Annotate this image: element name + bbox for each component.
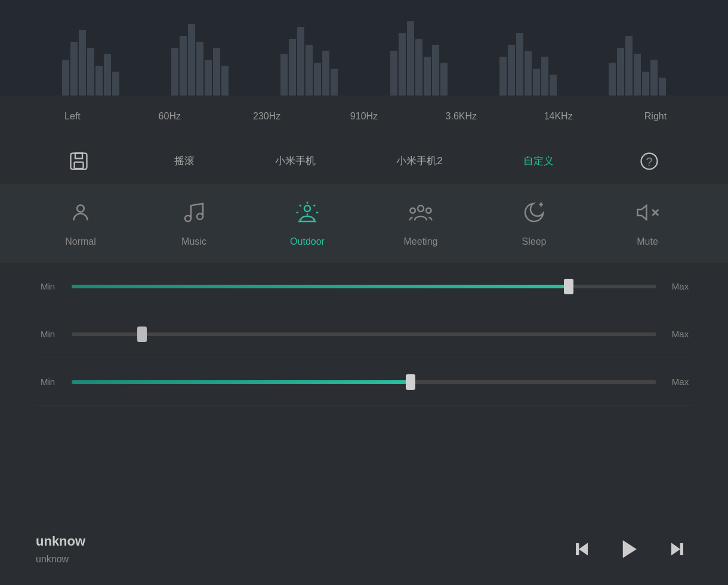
frequency-row: Left 60Hz 230Hz 910Hz 3.6KHz 14KHz Right (0, 96, 728, 137)
mode-mute-label: Mute (637, 236, 658, 247)
eq-col-5 (499, 12, 557, 96)
save-icon[interactable] (64, 146, 94, 176)
normal-icon (69, 201, 92, 229)
mode-sleep[interactable]: Sleep (498, 201, 570, 247)
freq-60hz: 60Hz (134, 111, 205, 122)
meeting-icon (409, 201, 433, 229)
preset-item-3[interactable]: 自定义 (523, 154, 554, 168)
svg-point-5 (77, 205, 84, 212)
mode-music[interactable]: Music (158, 201, 230, 247)
play-button[interactable] (615, 534, 644, 564)
sleep-icon (522, 201, 546, 229)
svg-point-10 (411, 208, 415, 213)
slider2-min: Min (36, 329, 60, 339)
svg-text:?: ? (646, 155, 652, 168)
mode-normal-label: Normal (65, 236, 96, 247)
mode-row: Normal Music Outdoor (0, 185, 728, 263)
player-row: unknow unknow (0, 513, 728, 585)
player-title: unknow (36, 534, 567, 549)
slider2-track[interactable] (72, 332, 656, 336)
eq-col-2 (171, 12, 229, 96)
slider1-max: Max (668, 281, 692, 291)
mode-sleep-label: Sleep (522, 236, 547, 247)
slider-section: Min Max Min Max Min Max (0, 263, 728, 406)
slider1-min: Min (36, 281, 60, 291)
eq-col-3 (280, 12, 338, 96)
slider1-thumb[interactable] (564, 279, 573, 294)
outdoor-icon (295, 201, 319, 229)
eq-col-6 (609, 12, 666, 96)
preset-item-0[interactable]: 摇滚 (174, 154, 195, 168)
preset-item-1[interactable]: 小米手机 (275, 154, 316, 168)
slider2-max: Max (668, 329, 692, 339)
svg-rect-18 (680, 544, 683, 555)
eq-visualizer (0, 0, 728, 96)
slider-row-2: Min Max (36, 310, 692, 358)
slider3-thumb[interactable] (406, 374, 415, 390)
svg-rect-2 (75, 162, 84, 168)
svg-marker-16 (624, 541, 636, 558)
svg-marker-14 (579, 544, 587, 555)
freq-14khz: 14KHz (523, 111, 594, 122)
freq-36khz: 3.6KHz (425, 111, 497, 122)
prev-button[interactable] (567, 534, 597, 564)
svg-marker-17 (672, 544, 680, 555)
svg-point-11 (426, 208, 431, 213)
slider3-track[interactable] (72, 380, 656, 384)
slider-row-3: Min Max (36, 358, 692, 406)
slider3-fill (72, 380, 411, 384)
mute-icon (636, 201, 659, 229)
mode-outdoor-label: Outdoor (290, 236, 325, 247)
next-button[interactable] (662, 534, 692, 564)
freq-910hz: 910Hz (328, 111, 400, 122)
svg-point-8 (304, 205, 310, 211)
mode-mute[interactable]: Mute (612, 201, 683, 247)
slider2-thumb[interactable] (137, 327, 147, 342)
svg-rect-0 (71, 153, 87, 169)
svg-point-7 (197, 213, 203, 219)
slider1-fill (72, 285, 569, 288)
help-icon[interactable]: ? (634, 146, 664, 176)
freq-230hz: 230Hz (231, 111, 303, 122)
svg-rect-1 (75, 153, 82, 158)
preset-row: 摇滚 小米手机 小米手机2 自定义 ? (0, 137, 728, 185)
mode-music-label: Music (181, 236, 206, 247)
freq-right: Right (619, 111, 691, 122)
eq-col-4 (390, 12, 448, 96)
freq-left: Left (36, 111, 108, 122)
player-controls (567, 534, 692, 564)
player-info: unknow unknow (36, 534, 567, 565)
svg-rect-15 (576, 544, 579, 555)
slider3-max: Max (668, 377, 692, 387)
slider-row-1: Min Max (36, 263, 692, 310)
player-subtitle: unknow (36, 554, 567, 565)
slider1-track[interactable] (72, 285, 656, 288)
eq-col-1 (62, 12, 119, 96)
svg-point-9 (418, 205, 424, 211)
svg-point-6 (185, 215, 191, 221)
mode-normal[interactable]: Normal (45, 201, 116, 247)
slider3-min: Min (36, 377, 60, 387)
mode-outdoor[interactable]: Outdoor (272, 201, 343, 247)
mode-meeting[interactable]: Meeting (385, 201, 456, 247)
preset-item-2[interactable]: 小米手机2 (396, 154, 442, 168)
mode-meeting-label: Meeting (404, 236, 438, 247)
music-icon (182, 201, 206, 229)
